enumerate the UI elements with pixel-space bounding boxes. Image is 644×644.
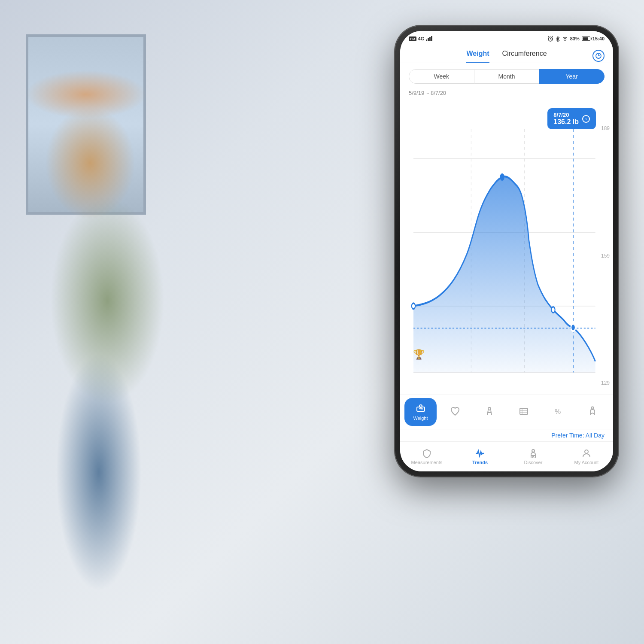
scroll-tab-weight-label: Weight xyxy=(413,416,428,421)
year-button[interactable]: Year xyxy=(539,69,605,84)
scroll-tab-chart[interactable] xyxy=(507,398,540,426)
clock-svg xyxy=(595,52,602,59)
pulse-icon xyxy=(475,448,485,459)
chart-point-mid xyxy=(551,307,555,313)
tooltip-date: 8/7/20 xyxy=(553,112,579,118)
time-display: 15:40 xyxy=(592,36,605,41)
nav-trends-label: Trends xyxy=(472,460,488,465)
tooltip-value: 136.2 lb xyxy=(553,118,579,126)
prefer-time: Prefer Time: All Day xyxy=(400,429,613,441)
battery-text: 83% xyxy=(570,36,580,41)
percent-icon: % xyxy=(553,406,563,416)
nav-my-account[interactable]: My Account xyxy=(560,448,613,465)
account-icon xyxy=(581,448,592,459)
nav-discover-label: Discover xyxy=(524,460,543,465)
svg-rect-0 xyxy=(426,39,427,41)
activity-icon xyxy=(484,406,495,416)
tooltip-content: 8/7/20 136.2 lb xyxy=(553,112,579,126)
svg-line-7 xyxy=(548,36,549,37)
svg-text:100: 100 xyxy=(419,408,423,410)
scroll-tab-body[interactable] xyxy=(576,398,608,426)
wifi-icon xyxy=(562,36,568,41)
bluetooth-icon xyxy=(556,36,560,42)
nav-account-label: My Account xyxy=(574,460,599,465)
phone-screen: HD 4G xyxy=(400,31,613,471)
signal-text: 4G xyxy=(418,36,425,41)
alarm-icon xyxy=(547,36,553,42)
phone-outer-frame: HD 4G xyxy=(395,26,618,477)
scroll-tabs: 100 Weight xyxy=(400,395,613,429)
phone-device: HD 4G xyxy=(395,26,618,477)
svg-rect-2 xyxy=(429,37,431,41)
svg-point-31 xyxy=(591,407,593,409)
clock-icon[interactable] xyxy=(592,50,605,62)
svg-rect-1 xyxy=(428,38,429,41)
date-range: 5/9/19 ~ 8/7/20 xyxy=(400,88,613,100)
battery-icon xyxy=(582,36,590,41)
status-left: HD 4G xyxy=(409,36,433,41)
person-photo xyxy=(0,43,301,623)
svg-point-25 xyxy=(488,407,491,410)
tab-header: Weight Circumference xyxy=(400,46,613,63)
chart-point-start xyxy=(412,303,415,309)
chart-icon xyxy=(519,406,529,416)
chart-tooltip: 8/7/20 136.2 lb › xyxy=(547,108,596,129)
chart-container: 8/7/20 136.2 lb › 189 159 129 🏆 xyxy=(400,100,613,395)
svg-point-9 xyxy=(564,40,565,41)
svg-rect-26 xyxy=(520,408,528,414)
hd-badge: HD xyxy=(409,36,416,41)
nav-measurements[interactable]: Measurements xyxy=(400,448,453,465)
scroll-tab-activity[interactable] xyxy=(473,398,505,426)
body-icon xyxy=(587,406,598,416)
nav-discover[interactable]: Discover xyxy=(507,448,560,465)
status-bar: HD 4G xyxy=(400,31,613,46)
discover-icon xyxy=(528,448,538,459)
svg-text:%: % xyxy=(555,408,561,415)
bottom-nav: Measurements Trends Discover xyxy=(400,441,613,471)
nav-measurements-label: Measurements xyxy=(411,460,443,465)
scroll-tab-percent[interactable]: % xyxy=(542,398,574,426)
chart-svg xyxy=(400,100,613,395)
period-selector: Week Month Year xyxy=(400,63,613,88)
chart-point-selected xyxy=(571,324,575,331)
svg-rect-3 xyxy=(431,36,432,41)
svg-point-35 xyxy=(585,450,588,453)
month-button[interactable]: Month xyxy=(474,69,539,84)
shield-icon xyxy=(422,448,432,459)
weight-icon: 100 xyxy=(416,404,426,414)
tab-weight[interactable]: Weight xyxy=(466,50,489,63)
svg-line-32 xyxy=(590,412,591,415)
signal-bars-icon xyxy=(426,36,433,41)
nav-trends[interactable]: Trends xyxy=(453,448,507,465)
tab-row: Weight Circumference xyxy=(409,50,605,63)
heart-icon xyxy=(450,406,460,416)
svg-point-34 xyxy=(532,450,535,452)
svg-point-22 xyxy=(419,405,422,407)
week-button[interactable]: Week xyxy=(409,69,474,84)
scroll-tab-weight[interactable]: 100 Weight xyxy=(404,398,437,426)
svg-line-8 xyxy=(552,36,553,37)
status-right: 83% 15:40 xyxy=(547,36,605,42)
tooltip-arrow[interactable]: › xyxy=(582,115,590,123)
svg-line-33 xyxy=(594,412,595,415)
scroll-tab-heart[interactable] xyxy=(439,398,471,426)
chart-point-peak xyxy=(501,174,504,180)
tab-circumference[interactable]: Circumference xyxy=(502,50,547,63)
